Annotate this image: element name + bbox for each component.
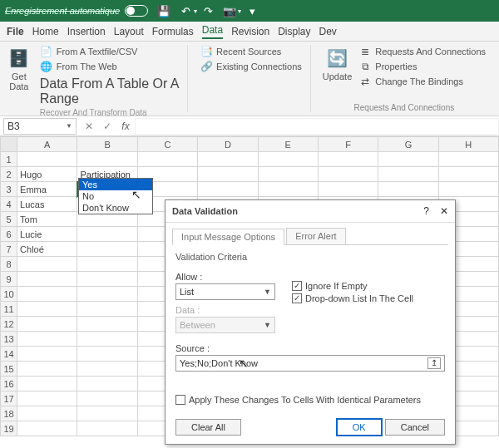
cell-A6[interactable]: Lucie: [17, 227, 77, 242]
cell-A11[interactable]: [17, 302, 77, 317]
name-box-dropdown-icon[interactable]: ▼: [66, 122, 72, 130]
cell-A17[interactable]: [17, 391, 77, 406]
cell-A19[interactable]: [17, 421, 77, 436]
cell-A4[interactable]: Lucas: [17, 197, 77, 212]
cell-E1[interactable]: [258, 152, 318, 167]
cell-B19[interactable]: [77, 421, 137, 436]
cell-B6[interactable]: [77, 227, 137, 242]
autosave-toggle[interactable]: [125, 5, 148, 17]
cell-A2[interactable]: Hugo: [17, 167, 77, 182]
row-header-19[interactable]: 19: [1, 421, 17, 436]
from-table-button[interactable]: Data From A Table Or A Range: [40, 76, 179, 106]
cell-B10[interactable]: [77, 287, 137, 302]
cell-A8[interactable]: [17, 257, 77, 272]
row-header-17[interactable]: 17: [1, 391, 17, 406]
cell-B18[interactable]: [77, 406, 137, 421]
cell-B13[interactable]: [77, 332, 137, 347]
row-header-12[interactable]: 12: [1, 317, 17, 332]
col-header-A[interactable]: A: [17, 137, 77, 152]
cell-B1[interactable]: [77, 152, 137, 167]
cell-F3[interactable]: [318, 182, 378, 197]
recent-sources-button[interactable]: 📑Recent Sources: [200, 45, 302, 58]
cell-B12[interactable]: [77, 317, 137, 332]
source-input[interactable]: Yes;No;Don't Know ↥: [175, 355, 445, 372]
row-header-6[interactable]: 6: [1, 227, 17, 242]
row-header-4[interactable]: 4: [1, 197, 17, 212]
cell-G3[interactable]: [378, 182, 438, 197]
help-icon[interactable]: ?: [423, 205, 429, 217]
change-bindings-button[interactable]: ⇄Change The Bindings: [358, 75, 486, 88]
save-icon[interactable]: 💾: [156, 5, 171, 17]
cell-A12[interactable]: [17, 317, 77, 332]
requests-button[interactable]: ≣Requests And Connections: [358, 45, 486, 58]
from-csv-button[interactable]: 📄From A Textfile/CSV: [40, 45, 179, 58]
cell-G1[interactable]: [378, 152, 438, 167]
camera-icon[interactable]: 📷: [222, 5, 237, 17]
cell-D2[interactable]: [198, 167, 258, 182]
dropdown-item-dont-know[interactable]: Don't Know: [79, 202, 152, 214]
row-header-18[interactable]: 18: [1, 406, 17, 421]
cell-B7[interactable]: [77, 242, 137, 257]
cell-A16[interactable]: [17, 377, 77, 391]
cell-A13[interactable]: [17, 332, 77, 347]
validation-dropdown[interactable]: Yes No Don't Know: [78, 178, 153, 214]
in-cell-dropdown-checkbox[interactable]: ✓ Drop-down List In The Cell: [292, 293, 413, 303]
dropdown-item-yes[interactable]: Yes: [79, 179, 152, 190]
menu-revision[interactable]: Revision: [231, 26, 269, 37]
col-header-D[interactable]: D: [198, 137, 258, 152]
cell-A10[interactable]: [17, 287, 77, 302]
allow-select[interactable]: List ▼: [175, 283, 275, 300]
row-header-3[interactable]: 3: [1, 182, 17, 197]
menu-dev[interactable]: Dev: [319, 26, 337, 37]
fx-icon[interactable]: fx: [116, 121, 135, 132]
cell-A18[interactable]: [17, 406, 77, 421]
menu-data[interactable]: Data: [202, 24, 223, 39]
select-all-corner[interactable]: [1, 137, 17, 152]
cell-B11[interactable]: [77, 302, 137, 317]
existing-conn-button[interactable]: 🔗Existing Connections: [200, 60, 302, 73]
row-header-9[interactable]: 9: [1, 272, 17, 287]
cell-H1[interactable]: [438, 152, 498, 167]
range-picker-icon[interactable]: ↥: [427, 357, 441, 369]
enter-formula-icon[interactable]: ✓: [98, 121, 116, 132]
cell-G2[interactable]: [378, 167, 438, 182]
cell-A3[interactable]: Emma: [17, 182, 77, 197]
cell-A9[interactable]: [17, 272, 77, 287]
row-header-7[interactable]: 7: [1, 242, 17, 257]
row-header-11[interactable]: 11: [1, 302, 17, 317]
cell-A15[interactable]: [17, 362, 77, 377]
cell-A5[interactable]: Tom: [17, 212, 77, 227]
cell-F1[interactable]: [318, 152, 378, 167]
row-header-13[interactable]: 13: [1, 332, 17, 347]
row-header-5[interactable]: 5: [1, 212, 17, 227]
menu-layout[interactable]: Layout: [114, 26, 144, 37]
row-header-15[interactable]: 15: [1, 362, 17, 377]
col-header-E[interactable]: E: [258, 137, 318, 152]
close-icon[interactable]: ✕: [440, 205, 448, 217]
col-header-B[interactable]: B: [77, 137, 137, 152]
cell-A14[interactable]: [17, 347, 77, 362]
cell-B8[interactable]: [77, 257, 137, 272]
cell-B14[interactable]: [77, 347, 137, 362]
customize-qat-icon[interactable]: ▾: [245, 5, 259, 17]
dropdown-item-no[interactable]: No: [79, 190, 152, 202]
camera-caret[interactable]: ▾: [238, 7, 241, 15]
name-box[interactable]: B3 ▼: [3, 118, 77, 135]
formula-input[interactable]: [135, 118, 499, 135]
from-web-button[interactable]: 🌐From The Web: [40, 60, 179, 73]
get-data-button[interactable]: 🗄️ Get Data: [5, 45, 33, 91]
cell-D3[interactable]: [198, 182, 258, 197]
redo-icon[interactable]: ↷: [200, 5, 215, 17]
cancel-formula-icon[interactable]: ✕: [80, 121, 98, 132]
cell-B16[interactable]: [77, 377, 137, 391]
row-header-14[interactable]: 14: [1, 347, 17, 362]
cell-C1[interactable]: [137, 152, 197, 167]
row-header-2[interactable]: 2: [1, 167, 17, 182]
cell-A1[interactable]: [17, 152, 77, 167]
col-header-F[interactable]: F: [318, 137, 378, 152]
ignore-blank-checkbox[interactable]: ✓ Ignore If Empty: [292, 281, 413, 291]
cell-H2[interactable]: [438, 167, 498, 182]
dialog-titlebar[interactable]: Data Validation ? ✕: [166, 200, 455, 223]
cell-H3[interactable]: [438, 182, 498, 197]
cell-F2[interactable]: [318, 167, 378, 182]
